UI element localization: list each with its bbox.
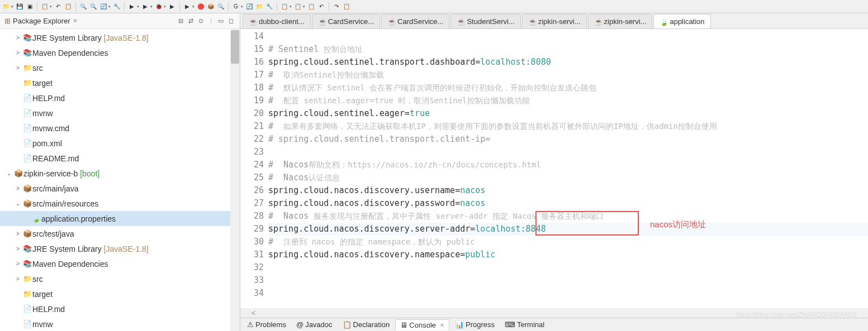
- toolbar-button-9[interactable]: 🔧: [113, 3, 121, 11]
- tree-item[interactable]: 🍃application.properties: [0, 211, 240, 226]
- tree-item[interactable]: 📄HELP.md: [0, 301, 240, 316]
- tree-item[interactable]: >📦src/main/java: [0, 181, 240, 196]
- code-line[interactable]: # 默认情况下 Sentinel 会在客户端首次调用的时候进行初始化，开始向控制…: [268, 81, 868, 94]
- toolbar-button-20[interactable]: 📁: [255, 3, 263, 11]
- code-line[interactable]: spring.cloud.sentinel.transport.dashboar…: [268, 56, 868, 69]
- toolbar-button-14[interactable]: ▶: [183, 3, 191, 11]
- code-line[interactable]: # spring.cloud.sentinel.transport.client…: [268, 133, 868, 146]
- tree-item[interactable]: >📚Maven Dependencies: [0, 256, 240, 271]
- toolbar-button-7[interactable]: 🔍: [89, 3, 97, 11]
- toolbar-button-27[interactable]: 📋: [343, 3, 350, 11]
- minimize-icon[interactable]: ▭: [216, 17, 225, 26]
- tree-item[interactable]: 📁target: [0, 286, 240, 301]
- view-close-icon[interactable]: ✕: [73, 17, 78, 25]
- tree-item[interactable]: >📦src/test/java: [0, 226, 240, 241]
- toolbar-button-25[interactable]: ↶: [317, 3, 325, 11]
- bottom-tab[interactable]: ⌨Terminal: [500, 319, 549, 330]
- code-line[interactable]: # 注册到 nacos 的指定 namespace，默认为 public: [268, 236, 868, 248]
- expand-icon[interactable]: >: [13, 276, 22, 282]
- code-line[interactable]: # 取消Sentinel控制台懒加载: [268, 69, 868, 81]
- bottom-tab[interactable]: 📋Declaration: [338, 319, 395, 330]
- toolbar-button-13[interactable]: ▶: [168, 3, 176, 11]
- code-line[interactable]: [268, 146, 868, 159]
- code-line[interactable]: # Nacos 服务发现与注册配置，其中子属性 server-addr 指定 N…: [268, 210, 868, 223]
- package-explorer-tree[interactable]: >📚JRE System Library [JavaSE-1.8]>📚Maven…: [0, 29, 240, 331]
- expand-icon[interactable]: >: [13, 35, 22, 41]
- code-line[interactable]: # Sentinel 控制台地址: [268, 43, 868, 56]
- bottom-tab[interactable]: ⚠Problems: [243, 319, 291, 330]
- toolbar-button-10[interactable]: ▶: [128, 3, 136, 11]
- code-line[interactable]: # Nacos帮助文档：https://nacos.io/zh-cn/docs/…: [268, 159, 868, 171]
- code-line[interactable]: # Nacos认证信息: [268, 171, 868, 184]
- tree-item[interactable]: 📄mvnw: [0, 316, 240, 331]
- toolbar-button-4[interactable]: ↶: [54, 3, 62, 11]
- editor-tab[interactable]: ☕zipkin-servi...: [522, 14, 587, 28]
- maximize-icon[interactable]: ◻: [226, 17, 235, 26]
- tree-item[interactable]: 📄mvnw: [0, 105, 240, 121]
- expand-icon[interactable]: >: [13, 261, 22, 267]
- filter-icon[interactable]: ⋮: [206, 17, 215, 26]
- tree-item[interactable]: >📚JRE System Library [JavaSE-1.8]: [0, 30, 240, 45]
- toolbar-button-23[interactable]: 📋: [294, 3, 302, 11]
- editor-tab[interactable]: ☕StudentServi...: [450, 14, 520, 28]
- editor-body[interactable]: 1415161718192021222324252627282930313233…: [240, 29, 868, 308]
- tree-item[interactable]: 📄README.md: [0, 151, 240, 166]
- tree-scrollbar[interactable]: [230, 29, 240, 331]
- code-line[interactable]: spring.cloud.sentinel.eager=true: [268, 107, 868, 120]
- toolbar-button-17[interactable]: 🔍: [217, 3, 225, 11]
- toolbar-button-15[interactable]: 🔴: [197, 3, 205, 11]
- toolbar-button-8[interactable]: 🔄: [99, 3, 107, 11]
- toolbar-button-1[interactable]: 💾: [16, 3, 23, 11]
- code-line[interactable]: [268, 287, 868, 300]
- tree-item[interactable]: 📁target: [0, 75, 240, 90]
- toolbar-button-22[interactable]: 📋: [281, 3, 288, 11]
- toolbar-button-6[interactable]: 🔍: [79, 3, 87, 11]
- tree-item[interactable]: 📄pom.xml: [0, 136, 240, 151]
- toolbar-button-11[interactable]: ▶: [141, 3, 149, 11]
- expand-icon[interactable]: >: [13, 246, 22, 252]
- toolbar-button-2[interactable]: ▣: [26, 3, 34, 11]
- editor-tab[interactable]: ☕dubbo-client...: [243, 14, 311, 28]
- bottom-tab[interactable]: @Javadoc: [292, 319, 337, 330]
- tree-item[interactable]: >📁src: [0, 271, 240, 286]
- editor-tab[interactable]: 🍃application: [653, 14, 710, 28]
- toolbar-button-16[interactable]: 📦: [207, 3, 215, 11]
- expand-icon[interactable]: ⌄: [13, 200, 22, 207]
- tree-item[interactable]: >📚Maven Dependencies: [0, 45, 240, 60]
- expand-icon[interactable]: >: [13, 231, 22, 237]
- link-editor-icon[interactable]: ⇄: [186, 17, 195, 26]
- code-content[interactable]: # Sentinel 控制台地址spring.cloud.sentinel.tr…: [268, 29, 868, 308]
- code-line[interactable]: spring.cloud.nacos.discovery.username=na…: [268, 184, 868, 197]
- tree-item[interactable]: 📄mvnw.cmd: [0, 121, 240, 136]
- tree-item[interactable]: >📚JRE System Library [JavaSE-1.8]: [0, 241, 240, 256]
- toolbar-button-12[interactable]: 🐞: [155, 3, 163, 11]
- collapse-all-icon[interactable]: ⊟: [176, 17, 185, 26]
- focus-icon[interactable]: ⊙: [196, 17, 205, 26]
- toolbar-button-5[interactable]: 📋: [64, 3, 72, 11]
- close-icon[interactable]: ✕: [440, 322, 444, 328]
- toolbar-button-3[interactable]: 📋: [41, 3, 49, 11]
- tree-item[interactable]: >📁src: [0, 60, 240, 75]
- bottom-tab[interactable]: 📊Progress: [450, 319, 499, 330]
- code-line[interactable]: # 配置 sentinel.eager=true 时，取消Sentinel控制台…: [268, 94, 868, 107]
- tree-item[interactable]: ⌄📦zipkin-service-b [boot]: [0, 166, 240, 181]
- expand-icon[interactable]: >: [13, 50, 22, 56]
- toolbar-button-24[interactable]: 📋: [307, 3, 315, 11]
- code-line[interactable]: # 如果有多套网络，又无法正确获取本机IP，则需要使用下面的参数设置当前机器可被…: [268, 120, 868, 133]
- code-line[interactable]: spring.cloud.nacos.discovery.password=na…: [268, 197, 868, 210]
- code-line[interactable]: spring.cloud.nacos.discovery.namespace=p…: [268, 248, 868, 261]
- toolbar-button-26[interactable]: ↷: [333, 3, 340, 11]
- code-line[interactable]: [268, 261, 868, 274]
- editor-tab[interactable]: ☕zipkin-servi...: [588, 14, 653, 28]
- code-line[interactable]: [268, 30, 868, 43]
- code-line[interactable]: [268, 274, 868, 287]
- expand-icon[interactable]: ⌄: [4, 170, 13, 176]
- toolbar-button-21[interactable]: 🔧: [265, 3, 273, 11]
- expand-icon[interactable]: >: [13, 65, 22, 71]
- editor-tab[interactable]: ☕CardService...: [381, 14, 449, 28]
- editor-tab[interactable]: ☕CardService...: [312, 14, 380, 28]
- toolbar-button-19[interactable]: 🔄: [245, 3, 253, 11]
- toolbar-button-18[interactable]: G: [232, 3, 240, 11]
- code-line[interactable]: spring.cloud.nacos.discovery.server-addr…: [268, 223, 868, 236]
- tree-item[interactable]: 📄HELP.md: [0, 90, 240, 105]
